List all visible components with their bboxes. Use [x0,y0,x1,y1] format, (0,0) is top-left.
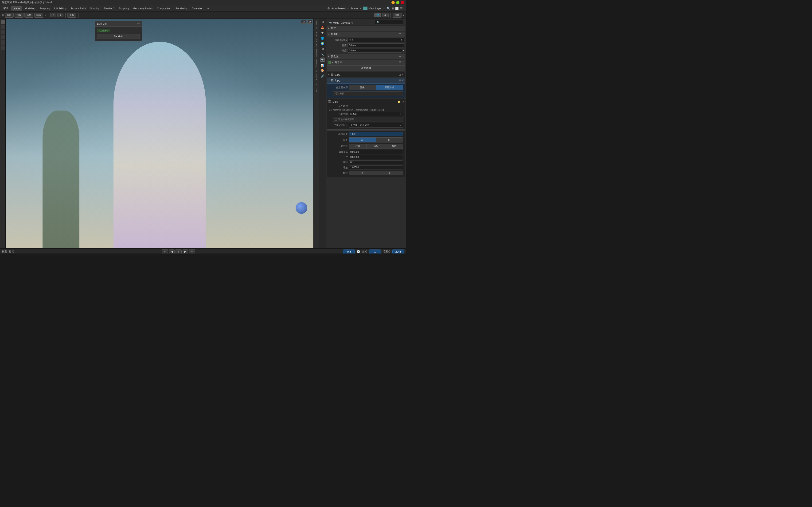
source-image-btn[interactable]: 图像 [349,85,376,90]
prop-icon-data[interactable]: 📊 [320,63,325,68]
menu-add-workspace[interactable]: + [206,6,211,10]
timeline-mark-label[interactable]: 标记 [9,250,14,253]
source-movie-btn[interactable]: 影片剪辑 [376,85,403,90]
file-refresh-icon[interactable]: ↺ [402,100,404,103]
minimize-btn[interactable] [392,1,395,4]
toolbar-snap[interactable]: ⊕ [57,13,63,17]
menu-help[interactable]: 帮助 [1,6,10,11]
viewport[interactable]: Live Link ⋯ Loaded Send All ◎ ⊕ [6,19,313,248]
add-image-button[interactable]: 添加图像 [327,65,405,71]
safe-zone-list[interactable]: ☰ [399,55,401,58]
rs-ro[interactable]: Ro [315,38,318,43]
camera-header[interactable]: ▼ 摄像机 ☰ ⋯ [327,32,405,37]
camera-search-input[interactable] [375,20,403,24]
menu-modeling[interactable]: Modeling [23,6,37,10]
tool-move[interactable] [1,30,5,34]
rs-liv[interactable]: Liv [315,82,318,87]
tool-rotate[interactable] [1,35,5,40]
timeline-view-label[interactable]: 视图 [2,250,7,253]
toolbar-select[interactable]: 选择 [14,13,23,17]
opacity-value[interactable]: 1.000 [349,132,403,136]
bg-image-list[interactable]: ☰ [399,61,401,64]
jump-start-btn[interactable]: ⏮ [162,249,168,254]
depth-front-btn[interactable]: 前 [376,137,403,143]
rs-bone-dyn[interactable]: Bone Dyn [315,58,318,69]
toolbar-view[interactable]: 视图 [5,13,14,17]
menu-compositing[interactable]: Compositing [155,6,173,10]
safe-zone-more[interactable]: ⋯ [402,55,404,58]
proxy-checkbox[interactable] [335,118,337,121]
prop-icon-output[interactable]: 📤 [320,25,325,30]
filepath-value[interactable]: D:\Program Files\Genshin I...Game\image_… [328,108,404,111]
prop-icon-material[interactable]: 🎨 [320,68,325,73]
viewport-overlay-btn[interactable]: ◎ [301,20,306,24]
tool-select[interactable] [1,20,5,24]
safe-zone-header[interactable]: ► 安全区 ☰ ⋯ [327,54,405,59]
tool-scale[interactable] [1,40,5,45]
jingshen-header[interactable]: ► 景深 [327,26,405,31]
prev-frame-btn[interactable]: ◀ [169,249,174,254]
camera-action-more[interactable]: ⋯ [402,33,404,36]
rs-addr[interactable]: AddR [315,31,318,38]
rs-bien[interactable]: Bien [315,20,318,26]
img0-copy-icon[interactable]: ⊞ [399,73,401,76]
bg-image-header[interactable]: ▼ 背景图 ☰ ⋯ [327,60,405,65]
start-frame-input[interactable] [369,249,381,254]
height-value[interactable]: 24 mm [348,49,402,53]
view-layer-label[interactable]: View Layer [369,7,382,10]
flip-x-btn[interactable]: X [349,171,376,175]
send-all-button[interactable]: Send All [97,34,140,39]
rs-fa[interactable]: FA [315,43,318,48]
prop-icon-render[interactable]: 🖥 [320,20,325,24]
menu-rendering[interactable]: Rendering [173,6,189,10]
close-btn[interactable] [401,1,404,4]
menu-animation[interactable]: Animation [190,6,205,10]
rotation-value[interactable]: 0° [349,160,403,164]
toolbar-viewport-shade[interactable]: 🌐 [374,13,381,17]
offset-x-value[interactable]: 0.00000 [349,150,403,154]
menu-shading2[interactable]: Shading2 [102,6,117,10]
end-frame-input[interactable] [392,249,404,254]
menu-shading[interactable]: Shading [88,6,101,10]
tool-cursor[interactable] [1,25,5,29]
frame-stretch-btn[interactable]: 拉伸 [349,144,367,149]
tool-transform[interactable] [1,46,5,50]
camera-action-list[interactable]: ☰ [399,33,401,36]
mmd-camera-refresh[interactable]: ↺ [351,21,354,24]
rs-poly[interactable]: poly [315,87,318,93]
prop-icon-scene[interactable]: 🌐 [320,36,325,41]
menu-layout[interactable]: Layout [11,6,22,10]
scale-value[interactable]: 1.00000 [349,165,403,169]
sensor-fit-value[interactable]: 垂直 ▼ [348,38,404,42]
width-value[interactable]: 36 mm [348,44,404,47]
img1-delete-icon[interactable]: ✕ [402,78,404,82]
bg-image-toggle[interactable] [328,61,331,64]
prop-icon-modifier[interactable]: 🔧 [320,52,325,57]
pause-btn[interactable]: ⏸ [175,249,182,254]
prop-icon-object[interactable]: ⊞ [320,47,325,51]
rs-bonean[interactable]: BoneAn [315,48,318,58]
offset-y-value[interactable]: 0.00000 [349,155,403,159]
scene-label[interactable]: Scene [351,7,358,10]
menu-sculpting[interactable]: Sculpting [38,6,52,10]
file-browse-icon[interactable]: 📁 [398,100,401,103]
proxy-size-value[interactable]: 无代理，完全渲染 ▼ [349,123,403,128]
prop-icon-view[interactable]: 👁 [320,31,325,35]
rs-m[interactable]: M [315,26,318,30]
live-link-menu-icon[interactable]: ⋯ [137,22,140,25]
toolbar-global[interactable]: 全局 [67,13,77,17]
frame-fit-btn[interactable]: 适配 [367,144,385,149]
bg-image-more[interactable]: ⋯ [402,61,404,64]
prop-icon-constraint[interactable]: 🔗 [320,74,325,78]
toolbar-object[interactable]: 物体 [34,13,43,17]
toolbar-mode[interactable]: ⊙ [50,13,56,17]
menu-texture-paint[interactable]: Texture Paint [69,6,88,10]
menu-scripting[interactable]: Scripting [117,6,131,10]
next-frame-btn[interactable]: ▶ [183,249,188,254]
prop-icon-camera[interactable]: 📷 [320,58,325,62]
prop-icon-world[interactable]: 🌍 [320,41,325,46]
maximize-btn[interactable] [396,1,399,4]
rs-shortc[interactable]: Shortc [315,73,318,81]
menu-uv-editing[interactable]: UV Editing [52,6,68,10]
current-frame-input[interactable] [343,249,355,254]
